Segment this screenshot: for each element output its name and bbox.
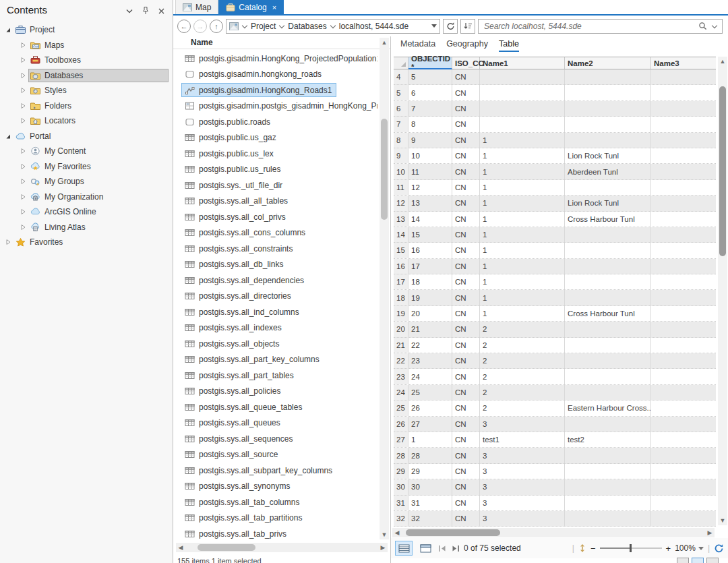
catalog-item-postgis-sys-all-indexes[interactable]: postgis.sys.all_indexes bbox=[173, 320, 381, 336]
expand-icon[interactable] bbox=[18, 71, 28, 80]
table-row-23[interactable]: 2324CN2 bbox=[394, 369, 716, 384]
collapse-icon[interactable] bbox=[3, 26, 13, 34]
row-number-cell[interactable]: 6 bbox=[394, 101, 408, 116]
scroll-right-icon[interactable]: ▶ bbox=[705, 529, 715, 536]
catalog-item-postgis-sys-all-col-privs[interactable]: postgis.sys.all_col_privs bbox=[173, 209, 381, 225]
row-number-cell[interactable]: 22 bbox=[394, 353, 408, 368]
row-number-cell[interactable]: 21 bbox=[394, 338, 408, 353]
forward-button[interactable]: → bbox=[193, 20, 207, 33]
scroll-up-icon[interactable]: ▲ bbox=[718, 58, 727, 65]
column-header-name3[interactable]: Name3 bbox=[651, 57, 716, 69]
table-row-11[interactable]: 1112CN1 bbox=[394, 180, 716, 196]
row-number-cell[interactable]: 18 bbox=[394, 290, 408, 305]
scrollbar-thumb[interactable] bbox=[381, 119, 388, 220]
refresh-table-button[interactable] bbox=[714, 543, 724, 553]
tree-item-my-content[interactable]: My Content bbox=[0, 144, 173, 159]
chevron-down-icon[interactable] bbox=[125, 5, 135, 15]
expand-icon[interactable] bbox=[18, 162, 28, 171]
scroll-left-icon[interactable]: ◀ bbox=[176, 544, 185, 551]
back-button[interactable]: ← bbox=[177, 20, 191, 33]
catalog-item-postgis-sys-all-part-tables[interactable]: postgis.sys.all_part_tables bbox=[173, 367, 381, 384]
scrollbar-thumb[interactable] bbox=[719, 86, 726, 256]
search-input[interactable] bbox=[483, 21, 694, 32]
expand-icon[interactable] bbox=[18, 56, 28, 64]
catalog-item-postgis-sys-utl-file-dir[interactable]: postgis.sys._utl_file_dir bbox=[173, 177, 381, 194]
catalog-item-postgis-gisadmin-hongkong-roads[interactable]: postgis.gisadmin.hongkong_roads bbox=[173, 67, 381, 83]
table-row-17[interactable]: 1718CN1 bbox=[394, 274, 716, 290]
tree-item-locators[interactable]: Locators bbox=[0, 113, 173, 129]
table-row-21[interactable]: 2122CN2 bbox=[394, 338, 716, 353]
expand-icon[interactable] bbox=[3, 238, 13, 246]
table-horizontal-scrollbar[interactable]: ◀ ▶ bbox=[392, 528, 715, 537]
browser-vertical-scrollbar[interactable]: ▲ ▼ bbox=[380, 38, 389, 539]
pin-icon[interactable] bbox=[142, 5, 151, 15]
chevron-down-icon[interactable] bbox=[330, 22, 335, 28]
catalog-item-postgis-gisadmin-hongkong-roads1[interactable]: postgis.gisadmin.HongKong_Roads1 bbox=[173, 82, 381, 98]
tree-item-project[interactable]: Project bbox=[0, 22, 173, 38]
catalog-item-postgis-sys-all-all-tables[interactable]: postgis.sys.all_all_tables bbox=[173, 194, 381, 210]
row-number-cell[interactable]: 13 bbox=[394, 212, 408, 227]
catalog-item-postgis-sys-all-db-links[interactable]: postgis.sys.all_db_links bbox=[173, 257, 381, 273]
catalog-item-postgis-sys-all-queue-tables[interactable]: postgis.sys.all_queue_tables bbox=[173, 399, 381, 415]
table-row-4[interactable]: 45CN bbox=[394, 69, 716, 85]
tree-item-portal[interactable]: Portal bbox=[0, 129, 173, 144]
search-dropdown-icon[interactable] bbox=[712, 22, 717, 28]
catalog-item-postgis-public-roads[interactable]: postgis.public.roads bbox=[173, 114, 381, 130]
breadcrumb-project[interactable]: Project bbox=[251, 22, 276, 31]
catalog-item-postgis-sys-all-tab-privs[interactable]: postgis.sys.all_tab_privs bbox=[173, 526, 381, 540]
row-number-cell[interactable]: 27 bbox=[394, 432, 408, 447]
layout-button[interactable] bbox=[677, 558, 689, 563]
table-row-29[interactable]: 2929CN3 bbox=[394, 464, 716, 479]
table-row-27[interactable]: 271CNtest1test2 bbox=[394, 432, 716, 448]
scroll-down-icon[interactable]: ▼ bbox=[380, 531, 389, 538]
expand-icon[interactable] bbox=[18, 147, 28, 155]
table-row-24[interactable]: 2425CN2 bbox=[394, 385, 716, 401]
layout-button[interactable] bbox=[692, 558, 704, 563]
scroll-down-icon[interactable]: ▼ bbox=[718, 517, 727, 524]
expand-icon[interactable] bbox=[18, 223, 28, 231]
row-number-cell[interactable]: 24 bbox=[394, 385, 408, 400]
tree-item-arcgis-online[interactable]: ArcGIS Online bbox=[0, 204, 173, 220]
catalog-item-postgis-sys-all-sequences[interactable]: postgis.sys.all_sequences bbox=[173, 431, 381, 447]
expand-icon[interactable] bbox=[18, 41, 28, 49]
table-row-15[interactable]: 1516CN1 bbox=[394, 243, 716, 258]
table-row-16[interactable]: 1617CN1 bbox=[394, 259, 716, 274]
catalog-item-postgis-sys-all-source[interactable]: postgis.sys.all_source bbox=[173, 447, 381, 463]
last-record-button[interactable] bbox=[451, 545, 460, 552]
table-row-28[interactable]: 2828CN3 bbox=[394, 448, 716, 463]
column-header-iso-cc[interactable]: ISO_CC bbox=[452, 57, 480, 69]
tree-item-maps[interactable]: Maps bbox=[0, 38, 173, 53]
tree-item-living-atlas[interactable]: Living Atlas bbox=[0, 220, 173, 235]
tab-metadata[interactable]: Metadata bbox=[400, 39, 435, 52]
row-number-cell[interactable]: 26 bbox=[394, 417, 408, 432]
name-column-header[interactable]: Name bbox=[173, 36, 390, 49]
tab-map[interactable]: Map bbox=[175, 0, 218, 14]
catalog-item-postgis-sys-all-objects[interactable]: postgis.sys.all_objects bbox=[173, 336, 381, 352]
autoscroll-icon[interactable] bbox=[578, 543, 586, 553]
table-row-20[interactable]: 2021CN2 bbox=[394, 322, 716, 337]
refresh-button[interactable] bbox=[443, 19, 458, 34]
catalog-item-postgis-sys-all-queues[interactable]: postgis.sys.all_queues bbox=[173, 415, 381, 432]
tree-item-databases[interactable]: Databases bbox=[0, 68, 173, 84]
table-row-8[interactable]: 89CN1 bbox=[394, 133, 716, 148]
tab-close-icon[interactable]: × bbox=[272, 3, 276, 11]
table-row-5[interactable]: 56CN bbox=[394, 85, 716, 100]
expand-icon[interactable] bbox=[18, 208, 28, 216]
catalog-item-postgis-sys-all-subpart-key-columns[interactable]: postgis.sys.all_subpart_key_columns bbox=[173, 463, 381, 479]
table-row-22[interactable]: 2223CN2 bbox=[394, 353, 716, 369]
catalog-item-postgis-public-us-rules[interactable]: postgis.public.us_rules bbox=[173, 162, 381, 178]
expand-icon[interactable] bbox=[18, 102, 28, 110]
tree-item-favorites[interactable]: Favorites bbox=[0, 235, 173, 250]
scrollbar-thumb[interactable] bbox=[198, 544, 255, 551]
close-icon[interactable] bbox=[158, 5, 167, 15]
scrollbar-thumb[interactable] bbox=[406, 529, 500, 536]
row-number-cell[interactable]: 29 bbox=[394, 464, 408, 479]
catalog-item-postgis-sys-all-ind-columns[interactable]: postgis.sys.all_ind_columns bbox=[173, 304, 381, 320]
breadcrumb-dropdown-icon[interactable] bbox=[431, 24, 437, 28]
tab-geography[interactable]: Geography bbox=[446, 39, 488, 52]
catalog-item-postgis-sys-all-tab-partitions[interactable]: postgis.sys.all_tab_partitions bbox=[173, 510, 381, 527]
slider-handle[interactable] bbox=[630, 544, 632, 552]
table-row-26[interactable]: 2627CN3 bbox=[394, 417, 716, 432]
row-number-cell[interactable]: 30 bbox=[394, 479, 408, 494]
catalog-item-postgis-sys-all-dependencies[interactable]: postgis.sys.all_dependencies bbox=[173, 272, 381, 289]
